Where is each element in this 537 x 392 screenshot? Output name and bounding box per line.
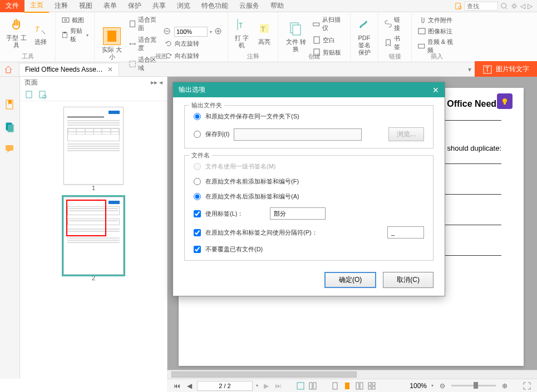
last-page-icon[interactable]: ⏭ [274, 381, 283, 390]
svg-line-3 [506, 7, 508, 9]
svg-rect-41 [309, 383, 312, 389]
zoom-dropdown-icon[interactable]: ▾ [210, 29, 212, 34]
view-mode-4-icon[interactable] [367, 381, 376, 390]
select-tool-button[interactable]: T 选择 [31, 18, 51, 47]
zoom-out-icon[interactable] [163, 27, 172, 36]
zoom-percent-text: 100% [410, 382, 427, 390]
use-separator-checkbox[interactable] [194, 229, 201, 236]
menu-form[interactable]: 表单 [98, 0, 122, 12]
layout-icon-1[interactable] [296, 381, 305, 390]
next-page-icon[interactable]: ▶ [262, 381, 270, 390]
suffix-radio[interactable] [194, 193, 201, 200]
menu-annot[interactable]: 注释 [49, 0, 73, 12]
img-to-text-button[interactable]: T 图片转文字 [475, 61, 537, 78]
typewriter-button[interactable]: T 打 字机 [232, 14, 252, 50]
pdf-sign-button[interactable]: PDF 签名 保护 [354, 14, 375, 58]
filename-fieldset: 文件名 文件名使用一级书签名(M) 在原始文件名前添加标签和编号(F) 在原始文… [184, 155, 433, 261]
ok-button[interactable]: 确定(O) [324, 272, 376, 288]
view-mode-1-icon[interactable] [331, 381, 339, 390]
zoom-combo[interactable] [174, 27, 208, 37]
prefix-radio[interactable] [194, 178, 201, 185]
highlight-button[interactable]: T 高亮 [254, 18, 274, 47]
same-folder-radio[interactable] [194, 113, 201, 120]
menu-feature[interactable]: 特色功能 [196, 0, 234, 12]
comment-panel-icon[interactable] [4, 143, 16, 155]
zoom-minus-icon[interactable]: ⊖ [438, 381, 447, 390]
hand-tool-button[interactable]: 手型 工具 [4, 14, 28, 50]
output-options-dialog: 输出选项 ✕ 输出文件夹 和原始文件保存在同一文件夹下(S) 保存到(I) 浏览… [173, 82, 445, 296]
svg-point-1 [459, 6, 461, 9]
view-mode-3-icon[interactable] [355, 381, 364, 390]
pages-panel-title: 页面 [24, 78, 38, 87]
blank-button[interactable]: 空白 [311, 34, 346, 46]
view-mode-2-icon[interactable] [343, 381, 352, 390]
page-tool2-icon[interactable] [38, 90, 47, 99]
attachment-button[interactable]: 文件附件 [416, 14, 454, 26]
zoom-percent-dropdown-icon[interactable]: ▾ [431, 383, 433, 388]
search-icon[interactable] [500, 2, 508, 10]
menu-home[interactable]: 主页 [24, 0, 49, 13]
save-to-path-input[interactable] [234, 128, 362, 141]
menu-share[interactable]: 共享 [147, 0, 171, 12]
zoom-in-icon[interactable] [214, 27, 223, 36]
svg-rect-46 [360, 383, 363, 389]
insert-group-label: 插入 [412, 52, 462, 61]
search-input[interactable] [465, 2, 498, 11]
horizontal-scrollbar[interactable] [167, 370, 537, 379]
rotate-left-button[interactable]: 向左旋转 [163, 38, 223, 49]
gear-icon[interactable] [510, 2, 518, 10]
separator-input[interactable] [387, 226, 424, 239]
first-page-icon[interactable]: ⏮ [173, 381, 181, 390]
svg-rect-44 [345, 383, 349, 389]
menu-view[interactable]: 视图 [73, 0, 98, 12]
browse-button[interactable]: 浏览... [388, 127, 424, 141]
menu-protect[interactable]: 保护 [122, 0, 147, 12]
cancel-button[interactable]: 取消(C) [383, 272, 433, 288]
svg-rect-10 [107, 31, 116, 42]
screenshot-button[interactable]: 截图 [60, 14, 85, 26]
prev-page-icon[interactable]: ◀ [185, 381, 194, 390]
label-input[interactable] [270, 207, 326, 220]
search-file-icon[interactable] [455, 2, 462, 10]
nav-prev-icon[interactable]: ◁ [520, 2, 525, 10]
bookmark-panel-icon[interactable] [4, 99, 16, 110]
page-dropdown-icon[interactable]: ▾ [256, 383, 258, 388]
page-thumbnail-2[interactable] [63, 197, 124, 275]
lightbulb-icon[interactable] [497, 93, 513, 109]
output-folder-fieldset: 输出文件夹 和原始文件保存在同一文件夹下(S) 保存到(I) 浏览... [184, 105, 433, 148]
tab-dropdown-icon[interactable]: ▾ [465, 66, 475, 73]
tab-bar: Field Office Needs Asse… ✕ ▾ T 图片转文字 [0, 62, 537, 77]
menu-browse[interactable]: 浏览 [171, 0, 196, 12]
layout-icon-2[interactable] [308, 381, 317, 390]
fit-width-button[interactable]: 适合宽度 [127, 34, 161, 53]
nav-next-icon[interactable]: ▷ [528, 2, 533, 10]
dialog-close-button[interactable]: ✕ [432, 86, 439, 95]
fullscreen-icon[interactable] [523, 381, 531, 390]
clipboard-button[interactable]: 剪贴板▾ [60, 26, 90, 44]
zoom-slider[interactable] [451, 385, 496, 386]
fit-page-button[interactable]: 适合页面 [127, 14, 161, 33]
panel-collapse-icon[interactable]: ▸▸ ◂ [151, 78, 162, 86]
scrollbar-thumb[interactable] [171, 371, 357, 378]
from-scanner-button[interactable]: 从扫描仪 [311, 14, 346, 33]
save-to-radio[interactable] [194, 131, 201, 138]
zoom-plus-icon[interactable]: ⊕ [500, 381, 509, 390]
menu-help[interactable]: 帮助 [265, 0, 289, 12]
link-button[interactable]: 链接 [383, 14, 407, 33]
image-annot-button[interactable]: 图像标注 [416, 26, 454, 37]
menu-cloud[interactable]: 云服务 [234, 0, 265, 12]
bookmark-button[interactable]: 书签 [383, 33, 407, 52]
svg-rect-34 [6, 145, 13, 151]
use-label-checkbox[interactable] [194, 210, 201, 217]
menu-file[interactable]: 文件 [0, 0, 24, 12]
ocr-icon: T [482, 64, 492, 75]
dialog-titlebar[interactable]: 输出选项 ✕ [173, 82, 445, 97]
page-tool-icon[interactable] [24, 90, 33, 99]
no-overwrite-checkbox[interactable] [194, 246, 201, 253]
file-convert-button[interactable]: 文件 转换 [283, 18, 309, 54]
tab-home-icon[interactable] [0, 65, 17, 74]
zoom-slider-thumb[interactable] [474, 382, 478, 389]
page-thumbnail-1[interactable] [63, 107, 124, 185]
pages-panel-icon[interactable] [4, 121, 16, 132]
page-number-input[interactable] [197, 381, 253, 391]
